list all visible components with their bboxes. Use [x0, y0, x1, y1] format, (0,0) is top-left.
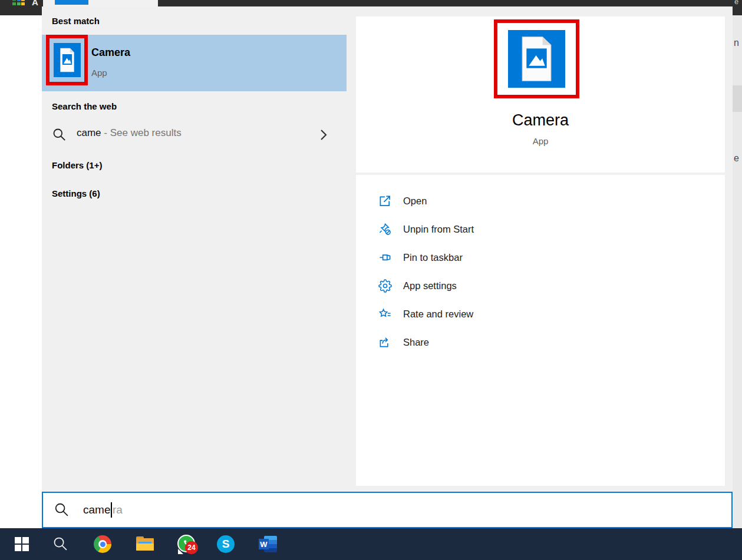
- action-label: App settings: [403, 280, 457, 291]
- action-app-settings[interactable]: App settings: [356, 271, 725, 300]
- web-search-suggestion[interactable]: came - See web results: [42, 117, 347, 153]
- skype-letter: S: [222, 538, 230, 551]
- best-match-type: App: [91, 68, 107, 78]
- word-letter: W: [260, 540, 267, 549]
- search-results-panel: Best match Camera App Search the web: [42, 6, 347, 492]
- action-unpin-from-start[interactable]: Unpin from Start: [356, 215, 725, 243]
- action-label: Unpin from Start: [403, 224, 474, 235]
- action-label: Rate and review: [403, 309, 473, 320]
- windows-logo-icon: [14, 536, 29, 552]
- web-suggestion-hint: - See web results: [104, 127, 181, 138]
- file-explorer-icon: [136, 536, 155, 552]
- background-tab-fragment: [43, 0, 158, 6]
- web-suggestion-query: came: [77, 127, 101, 138]
- windows-search-flyout: Best match Camera App Search the web: [42, 6, 733, 528]
- text-fragment: n: [734, 38, 739, 48]
- typed-text: came: [83, 503, 110, 516]
- open-icon: [377, 194, 393, 208]
- whatsapp-notification-badge: 24: [185, 541, 198, 554]
- inline-completion: ra: [113, 503, 123, 516]
- background-window-topleft: A: [0, 0, 42, 15]
- search-icon: [54, 502, 70, 518]
- annotation-red-box: [46, 35, 88, 85]
- search-icon: [52, 536, 69, 552]
- best-match-result-camera[interactable]: Camera App: [42, 35, 347, 91]
- action-rate-and-review[interactable]: Rate and review: [356, 300, 725, 328]
- search-the-web-header: Search the web: [52, 101, 117, 111]
- best-match-header: Best match: [52, 16, 100, 26]
- search-input[interactable]: camera: [42, 492, 733, 528]
- colored-grid-favicon-icon: [12, 0, 26, 5]
- start-button[interactable]: [10, 531, 34, 557]
- camera-app-icon: [54, 43, 81, 77]
- web-suggestion-text: came - See web results: [77, 127, 182, 139]
- preview-card: Camera App: [356, 16, 725, 173]
- taskbar-whatsapp-button[interactable]: 24: [175, 531, 199, 557]
- text-fragment: e: [734, 153, 739, 164]
- whatsapp-icon: 24: [177, 535, 196, 554]
- taskbar: 24 S W: [0, 528, 742, 560]
- action-open[interactable]: Open: [356, 187, 725, 215]
- taskbar-chrome-button[interactable]: [91, 531, 114, 557]
- unpin-icon: [377, 222, 393, 236]
- action-label: Pin to taskbar: [403, 252, 463, 263]
- search-input-value: camera: [83, 502, 123, 518]
- gear-icon: [377, 279, 393, 293]
- taskbar-search-button[interactable]: [49, 531, 72, 557]
- skype-icon: S: [217, 535, 235, 553]
- action-label: Share: [403, 337, 429, 348]
- pin-icon: [377, 250, 393, 264]
- share-icon: [377, 335, 393, 349]
- chevron-right-icon[interactable]: [316, 127, 331, 143]
- action-label: Open: [403, 195, 427, 207]
- background-tab-title-fragment: A: [32, 0, 38, 7]
- taskbar-file-explorer-button[interactable]: [134, 531, 157, 557]
- best-match-title: Camera: [91, 47, 130, 59]
- search-icon: [52, 127, 67, 143]
- background-page-right: e n e: [733, 0, 742, 528]
- annotation-red-box: [494, 19, 579, 98]
- preview-app-title: Camera: [356, 111, 725, 130]
- action-pin-to-taskbar[interactable]: Pin to taskbar: [356, 243, 725, 271]
- preview-app-type: App: [356, 136, 725, 146]
- taskbar-skype-button[interactable]: S: [214, 531, 238, 557]
- rate-review-icon: [377, 307, 393, 321]
- tab-underline: [55, 0, 88, 5]
- background-block-fragment: [733, 85, 742, 112]
- text-caret: [111, 502, 112, 518]
- background-page-left: [0, 15, 42, 528]
- settings-section-header[interactable]: Settings (6): [52, 188, 100, 198]
- actions-card: Open Unpin from Start: [356, 175, 725, 486]
- camera-app-icon: [508, 30, 565, 88]
- folders-section-header[interactable]: Folders (1+): [52, 160, 102, 170]
- action-share[interactable]: Share: [356, 328, 725, 356]
- text-fragment: e: [734, 0, 738, 6]
- background-titlebar-right: e: [733, 0, 742, 15]
- word-icon: W: [259, 535, 278, 553]
- chrome-icon: [94, 535, 111, 553]
- taskbar-word-button[interactable]: W: [256, 531, 280, 557]
